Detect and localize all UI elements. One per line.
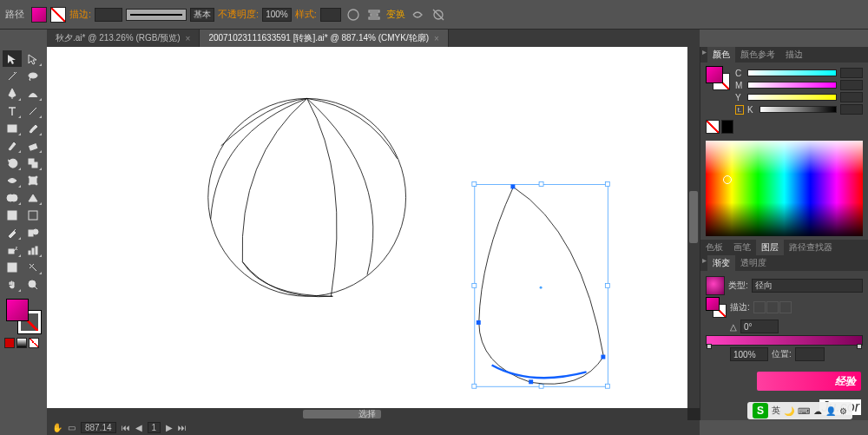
nav-last-icon[interactable]: ⏭ — [178, 423, 187, 432]
ime-moon-icon[interactable]: 🌙 — [784, 406, 794, 416]
tab-gradient[interactable]: 渐变 — [707, 255, 735, 271]
out-of-gamut-icon[interactable]: t. — [735, 105, 744, 115]
width-tool[interactable] — [3, 172, 22, 188]
tab-color-guide[interactable]: 颜色参考 — [735, 47, 780, 63]
ime-toolbar[interactable]: S 英 🌙 ⌨ ☁ 👤 ⚙ — [747, 402, 852, 419]
recolor-icon[interactable] — [345, 6, 362, 23]
location-input[interactable] — [795, 347, 825, 361]
direct-selection-tool[interactable] — [23, 50, 43, 67]
none-mode-icon[interactable] — [29, 338, 39, 348]
curvature-tool[interactable] — [23, 85, 43, 102]
stroke-profile-dropdown[interactable] — [126, 9, 187, 21]
stroke-swatch[interactable] — [50, 7, 66, 23]
pencil-tool[interactable] — [3, 137, 22, 154]
ime-lang[interactable]: 英 — [772, 405, 780, 417]
document-tab[interactable]: 20071023111633591 [转换].ai* @ 887.14% (CM… — [200, 30, 448, 47]
none-color-icon[interactable] — [706, 120, 720, 134]
paintbrush-tool[interactable] — [23, 120, 43, 136]
horizontal-scrollbar[interactable]: 选择 — [47, 408, 687, 420]
tab-layers[interactable]: 图层 — [756, 240, 784, 255]
document-tab[interactable]: 秋夕.ai* @ 213.26% (RGB/预览) × — [47, 30, 200, 47]
ime-settings-icon[interactable]: ⚙ — [839, 406, 847, 416]
align-icon[interactable] — [365, 6, 383, 23]
tab-brushes[interactable]: 画笔 — [728, 240, 756, 255]
hand-tool[interactable] — [3, 276, 22, 293]
nav-prev-icon[interactable]: ◀ — [135, 423, 142, 432]
shape-mode-icon[interactable] — [409, 6, 426, 23]
isolate-icon[interactable] — [430, 6, 447, 23]
fill-swatch-mini[interactable] — [706, 66, 723, 83]
artboard-index[interactable]: 1 — [148, 422, 161, 433]
stroke-mode-1-icon[interactable] — [753, 301, 766, 313]
opacity-input[interactable]: 100% — [262, 8, 292, 22]
lasso-tool[interactable] — [23, 68, 43, 84]
graph-tool[interactable] — [23, 241, 43, 258]
tab-swatches[interactable]: 色板 — [700, 240, 728, 255]
tab-transparency[interactable]: 透明度 — [735, 255, 772, 271]
nav-first-icon[interactable]: ⏮ — [122, 423, 130, 432]
artboard[interactable] — [47, 47, 687, 408]
ime-user-icon[interactable]: 👤 — [825, 406, 836, 416]
perspective-grid-tool[interactable] — [23, 189, 43, 206]
black-swatch[interactable] — [721, 120, 733, 134]
yellow-input[interactable] — [840, 92, 863, 102]
nav-next-icon[interactable]: ▶ — [166, 423, 173, 432]
hand-icon[interactable]: ✋ — [52, 423, 62, 432]
stroke-weight-input[interactable] — [95, 8, 122, 22]
magic-wand-tool[interactable] — [3, 68, 22, 84]
symbol-sprayer-tool[interactable] — [3, 241, 22, 258]
magenta-slider[interactable] — [747, 82, 837, 89]
rectangle-tool[interactable] — [3, 120, 22, 136]
ime-keyboard-icon[interactable]: ⌨ — [798, 406, 810, 416]
close-tab-icon[interactable]: × — [434, 34, 439, 43]
magenta-input[interactable] — [840, 80, 863, 90]
black-slider[interactable] — [760, 106, 837, 113]
gradient-preview[interactable] — [706, 276, 725, 295]
angle-input[interactable]: 0° — [740, 320, 779, 333]
artboard-tool[interactable] — [3, 259, 22, 275]
stroke-mode-3-icon[interactable] — [779, 301, 792, 313]
ime-cloud-icon[interactable]: ☁ — [813, 406, 822, 416]
fill-swatch[interactable] — [31, 7, 47, 23]
zoom-input[interactable]: 887.14 — [81, 422, 116, 433]
fill-stroke-swatches[interactable] — [6, 299, 41, 333]
rotate-tool[interactable] — [3, 155, 22, 171]
selection-tool[interactable] — [3, 50, 22, 67]
shape-builder-tool[interactable] — [3, 189, 22, 206]
color-mode-icon[interactable] — [4, 338, 15, 348]
blend-tool[interactable] — [23, 224, 43, 241]
zoom-tool[interactable] — [23, 276, 43, 293]
close-tab-icon[interactable]: × — [186, 34, 191, 43]
color-spectrum[interactable] — [706, 141, 863, 236]
yellow-slider[interactable] — [747, 94, 837, 101]
artboard-nav-icon[interactable]: ▭ — [68, 423, 76, 432]
gradient-type-dropdown[interactable]: 径向 — [752, 279, 863, 293]
tab-pathfinder[interactable]: 路径查找器 — [784, 240, 838, 255]
free-transform-tool[interactable] — [23, 172, 43, 188]
slice-tool[interactable] — [23, 259, 43, 275]
collapse-icon[interactable]: ▸ — [700, 255, 707, 271]
style-dropdown[interactable] — [320, 8, 341, 22]
line-tool[interactable] — [23, 102, 43, 119]
spectrum-picker-icon[interactable] — [723, 175, 732, 184]
stop-opacity-input[interactable]: 100% — [730, 347, 768, 361]
stroke-mode-2-icon[interactable] — [766, 301, 779, 313]
cyan-slider[interactable] — [747, 69, 837, 76]
profile-label[interactable]: 基本 — [190, 8, 214, 22]
mesh-tool[interactable] — [3, 207, 22, 223]
tab-stroke[interactable]: 描边 — [780, 47, 808, 63]
gradient-mode-icon[interactable] — [16, 338, 27, 348]
type-tool[interactable] — [3, 102, 22, 119]
gradient-ramp[interactable] — [706, 335, 863, 346]
pen-tool[interactable] — [3, 85, 22, 102]
grad-fill-mini[interactable] — [706, 297, 720, 311]
eyedropper-tool[interactable] — [3, 224, 22, 241]
vertical-scrollbar[interactable] — [687, 47, 700, 408]
collapse-icon[interactable]: ▸ — [700, 47, 707, 63]
transform-link[interactable]: 变换 — [386, 8, 405, 21]
eraser-tool[interactable] — [23, 137, 43, 154]
gradient-tool[interactable] — [23, 207, 43, 223]
tab-color[interactable]: 颜色 — [707, 47, 735, 63]
scale-tool[interactable] — [23, 155, 43, 171]
black-input[interactable] — [840, 104, 863, 115]
